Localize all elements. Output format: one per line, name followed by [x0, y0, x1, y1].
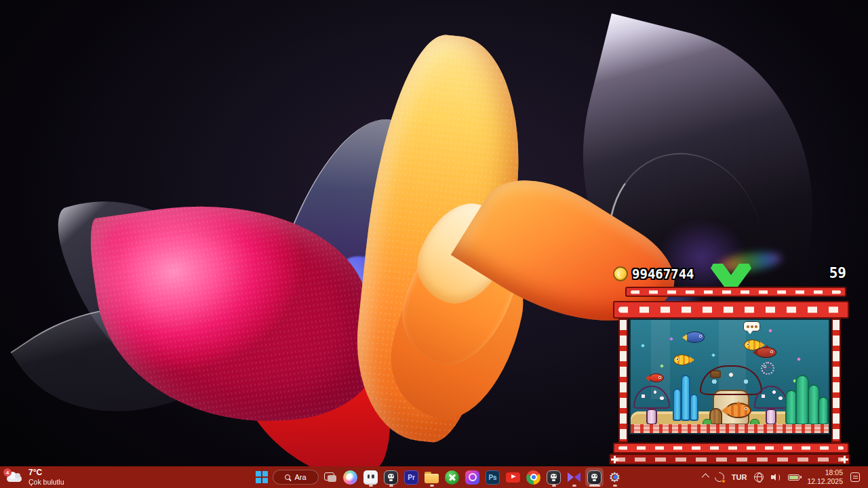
aquarium-hud: 99467744 59: [609, 263, 850, 290]
sparkle: [768, 329, 772, 333]
search-label: Ara: [294, 473, 306, 481]
gear-icon: ⚙: [608, 470, 623, 485]
aquarium-widget[interactable]: 99467744 59: [609, 263, 850, 465]
search-icon: [285, 474, 291, 481]
premiere-pro-button[interactable]: Pr: [402, 468, 420, 487]
active-indicator: [589, 485, 600, 487]
rail-dashes: [631, 290, 841, 293]
start-button[interactable]: [252, 468, 271, 487]
battery-icon[interactable]: [788, 474, 800, 481]
weather-condition: Çok bulutlu: [28, 478, 64, 486]
sparkle: [669, 337, 673, 341]
weather-text: 7°C Çok bulutlu: [28, 468, 64, 486]
network-icon[interactable]: [754, 472, 764, 482]
pink-mushroom-left: [633, 386, 670, 425]
fish-small-red: [650, 374, 663, 382]
tank-left-column: [618, 319, 628, 443]
visual-studio-icon: [567, 471, 581, 483]
youtube-icon: [506, 472, 520, 483]
sparkle: [641, 344, 645, 348]
fish-clownfish-2: [674, 355, 690, 365]
chrome-button[interactable]: [524, 468, 542, 487]
weather-widget[interactable]: 4 7°C Çok bulutlu: [5, 466, 64, 488]
desktop: 99467744 59: [0, 0, 868, 488]
sync-update-icon[interactable]: [715, 472, 724, 482]
visual-studio-button[interactable]: [565, 468, 583, 487]
sparkle: [711, 353, 715, 357]
lid-lights: [618, 307, 844, 313]
clock[interactable]: 18:05 12.12.2025: [807, 468, 843, 486]
xbox-button[interactable]: [443, 468, 461, 487]
teal-coral: [785, 373, 830, 425]
folder-icon: [425, 472, 439, 483]
fish-orange-fancy: [727, 404, 750, 417]
coin-counter: 99467744: [613, 266, 694, 281]
skull-icon: [547, 470, 561, 485]
cloud-icon: 4: [5, 471, 23, 483]
tank-floor-pattern: [631, 424, 829, 433]
task-view-icon: [324, 472, 336, 483]
skull-launcher-button[interactable]: [382, 468, 400, 487]
system-tray: TUR 18:05 12.12.2025: [702, 466, 868, 488]
weather-badge: 4: [3, 468, 12, 476]
chrome-icon: [526, 470, 540, 485]
fish-pink-pufferfish: [761, 362, 774, 375]
windows-logo-icon: [256, 471, 261, 476]
skull-launcher-button-2[interactable]: [545, 468, 563, 487]
running-indicator: [613, 485, 617, 487]
fish-counter-value: 59: [829, 265, 846, 281]
tank-base: [609, 453, 850, 465]
notification-center-icon[interactable]: [850, 472, 860, 482]
tray-time: 18:05: [825, 468, 843, 477]
fish-food-bubble: [743, 321, 760, 331]
tray-date: 12.12.2025: [807, 477, 843, 486]
taskbar: 4 7°C Çok bulutlu Ara Pr Ps: [0, 466, 868, 488]
photoshop-button[interactable]: Ps: [484, 468, 502, 487]
tank-right-column: [831, 319, 841, 443]
base-dashes: [614, 458, 845, 462]
running-indicator: [430, 485, 434, 487]
copilot-button[interactable]: [341, 468, 359, 487]
youtube-button[interactable]: [504, 468, 522, 487]
volume-icon[interactable]: [771, 473, 781, 481]
hidden-icons-chevron[interactable]: [702, 473, 709, 481]
blue-coral: [673, 372, 698, 421]
photoshop-icon: Ps: [486, 470, 500, 485]
tank-water: [629, 319, 830, 434]
coin-count-value: 99467744: [632, 266, 694, 281]
premiere-pro-icon: Pr: [404, 470, 418, 485]
update-dot: [722, 479, 726, 483]
copilot-icon: [343, 470, 357, 485]
tank-bottom-rail: [613, 443, 849, 453]
language-indicator[interactable]: TUR: [732, 473, 747, 481]
running-indicator: [369, 485, 373, 487]
file-explorer-button[interactable]: [422, 468, 441, 487]
skull-icon: [384, 470, 398, 485]
tank-lid: [613, 301, 849, 319]
tank-top-rail: [625, 287, 846, 297]
fish-blue-yellow: [686, 332, 704, 342]
skull-launcher-button-active[interactable]: [585, 468, 604, 487]
gold-coin-icon: [613, 266, 628, 281]
taskbar-center: Ara Pr Ps ⚙: [252, 466, 624, 488]
search-box[interactable]: Ara: [273, 470, 319, 485]
pixel-pet-app-button[interactable]: [361, 468, 380, 487]
swirl-app-icon: [465, 470, 479, 485]
weather-temperature: 7°C: [28, 468, 64, 478]
running-indicator: [552, 485, 556, 487]
running-indicator: [572, 485, 576, 487]
rail-dashes: [618, 447, 844, 450]
base-corner-plus-icon: [611, 455, 618, 463]
skull-icon: [587, 470, 601, 485]
pixel-pet-app-icon: [363, 470, 378, 485]
swirl-media-app-button[interactable]: [463, 468, 481, 487]
fish-red: [757, 348, 776, 357]
running-indicator: [389, 485, 393, 487]
xbox-icon: [445, 470, 459, 485]
task-view-button[interactable]: [321, 468, 339, 487]
base-corner-plus-icon: [841, 455, 848, 463]
pink-mushroom-right: [754, 386, 788, 425]
settings-button[interactable]: ⚙: [606, 468, 624, 487]
sparkle: [797, 357, 801, 361]
